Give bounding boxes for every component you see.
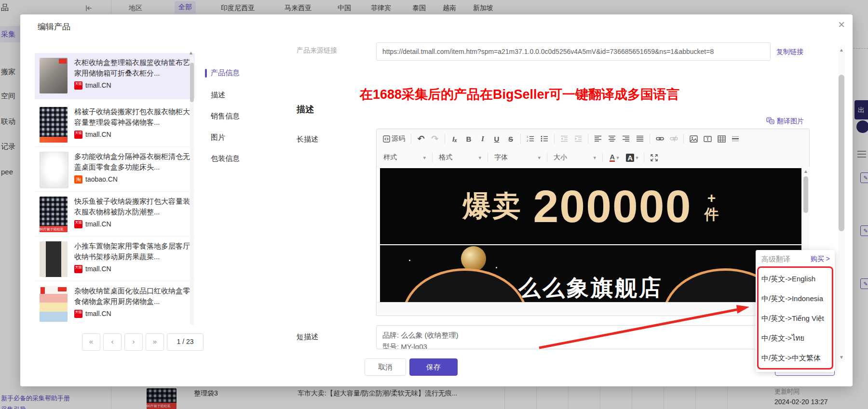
tab-images[interactable]: 图片: [211, 133, 225, 142]
translate-language-dropdown: 高级翻译 购买 > 中/英文->English 中/英文->Indonesia …: [756, 250, 835, 372]
bg-color-button[interactable]: A ▾: [624, 151, 640, 164]
link-icon[interactable]: [653, 132, 666, 145]
editor-toolbar-row1: 源码 ↶ ↷ Iₓ B I U S 12: [377, 129, 809, 149]
product-source: tmall.CN: [85, 220, 111, 228]
page-prev-button[interactable]: ‹: [103, 333, 122, 351]
modal-scrollbar-thumb[interactable]: [839, 75, 844, 231]
product-list-item[interactable]: 杂物收纳筐桌面化妆品口红收纳盒零食储物盒家用厨房储物盒... 天猫tmall.C…: [35, 281, 195, 329]
red-annotation-text: 在1688采集后的产品在BigSeller可一键翻译成多国语言: [360, 86, 679, 103]
tab-description[interactable]: 描述: [211, 91, 225, 100]
purchase-link[interactable]: 购买 >: [811, 255, 830, 264]
toolbar-separator: [488, 153, 488, 162]
product-thumbnail[interactable]: [40, 286, 68, 322]
redo-icon[interactable]: ↷: [429, 132, 441, 145]
editor-content-area[interactable]: 爆卖 200000 + 件 么么象旗舰店: [377, 167, 810, 303]
bold-icon[interactable]: B: [462, 132, 475, 145]
text-field-icon[interactable]: [701, 132, 714, 145]
product-title: 衣柜收纳盒整理箱衣服篮收纳筐布艺家用储物箱可折叠衣柜分...: [74, 57, 192, 79]
strikethrough-icon[interactable]: S: [504, 132, 517, 145]
undo-icon[interactable]: ↶: [415, 132, 427, 145]
horizontal-rule-icon[interactable]: [729, 132, 742, 145]
editor-status-bar: [377, 302, 809, 315]
toolbar-separator: [445, 134, 445, 144]
style-dropdown[interactable]: 样式▾: [380, 151, 429, 164]
svg-text:A: A: [771, 120, 773, 123]
indent-icon[interactable]: [572, 132, 584, 145]
toolbar-separator: [432, 153, 433, 162]
product-thumbnail[interactable]: [40, 241, 68, 277]
page-last-button[interactable]: »: [146, 333, 164, 351]
size-dropdown[interactable]: 大小▾: [551, 151, 599, 164]
ordered-list-icon[interactable]: 12: [524, 132, 537, 145]
format-dropdown[interactable]: 格式▾: [436, 151, 484, 164]
list-scrollbar-thumb[interactable]: [190, 63, 194, 102]
product-thumbnail[interactable]: 60斤被子轻松装: [40, 197, 68, 232]
product-list-item[interactable]: 小推车置物架家用零食落地多层客厅收纳书架移动厨房果蔬菜... 天猫tmall.C…: [35, 237, 195, 281]
insert-image-icon[interactable]: [687, 132, 700, 145]
sale-badge: [58, 287, 67, 291]
source-url-input[interactable]: https://detail.tmall.com/item.htm?spm=a2…: [376, 42, 771, 61]
translate-option-indonesia[interactable]: 中/英文->Indonesia: [761, 290, 823, 307]
product-thumbnail[interactable]: [40, 58, 68, 93]
tab-product-info[interactable]: 产品信息: [211, 68, 240, 78]
cancel-button[interactable]: 取消: [365, 358, 406, 376]
source-link-label: 产品来源链接: [297, 46, 337, 55]
toolbar-separator: [683, 134, 684, 144]
product-list-item[interactable]: 60斤被子轻松装 快乐鱼被子收纳袋搬家打包大容量装衣服衣物棉被防水防潮整... …: [35, 192, 195, 237]
banner-unit-plus: +: [707, 190, 716, 206]
tab-sales-info[interactable]: 销售信息: [211, 112, 240, 121]
editor-scrollbar-thumb[interactable]: [803, 176, 808, 213]
screen: 品 地区 全部 印度尼西亚 马来西亚 中国 菲律宾 泰国 越南 新加坡 采集 搬…: [0, 0, 868, 409]
source-code-label: 源码: [392, 134, 405, 143]
translate-image-label: 翻译图片: [777, 117, 804, 126]
italic-icon[interactable]: I: [476, 132, 489, 145]
tmall-badge-icon: 天猫: [74, 131, 82, 139]
product-source: tmall.CN: [85, 81, 111, 89]
product-source: tmall.CN: [85, 131, 111, 138]
list-scroll-up-icon[interactable]: ▲: [189, 50, 193, 55]
translate-option-vietnamese[interactable]: 中/英文->Tiếng Việt: [761, 310, 824, 327]
translate-option-thai[interactable]: 中/英文->ไทย: [761, 330, 804, 347]
modal-scroll-down-icon[interactable]: ▼: [839, 355, 844, 360]
product-title: 小推车置物架家用零食落地多层客厅收纳书架移动厨房果蔬菜...: [74, 241, 192, 262]
tab-packaging-info[interactable]: 包装信息: [211, 154, 240, 163]
insert-table-icon[interactable]: [715, 132, 728, 145]
editor-scroll-up-icon[interactable]: ▲: [803, 169, 808, 174]
unlink-icon[interactable]: [667, 132, 680, 145]
translate-option-english[interactable]: 中/英文->English: [761, 270, 815, 288]
align-center-icon[interactable]: [606, 132, 618, 145]
product-list-item[interactable]: 衣柜收纳盒整理箱衣服篮收纳筐布艺家用储物箱可折叠衣柜分... 天猫tmall.C…: [35, 53, 195, 99]
product-list-item[interactable]: 棉被子收纳袋搬家打包衣服衣物柜大容量整理袋霉神器储物客... 天猫tmall.C…: [35, 102, 195, 147]
bg-color-icon: A: [626, 154, 634, 162]
page-first-button[interactable]: «: [82, 333, 100, 351]
description-section-label: 描述: [297, 104, 314, 115]
align-left-icon[interactable]: [592, 132, 604, 145]
align-justify-icon[interactable]: [634, 132, 646, 145]
bullet-list-icon[interactable]: [538, 132, 551, 145]
close-icon[interactable]: ×: [835, 18, 848, 31]
editor-toolbar-row2: 样式▾ 格式▾ 字体▾ 大小▾ A ▾ A ▾: [377, 148, 809, 167]
underline-icon[interactable]: U: [490, 132, 503, 145]
text-color-button[interactable]: A ▾: [606, 151, 623, 164]
product-list-item[interactable]: 多功能收纳盒分隔神器衣橱柜清仓无盖桌面零食盒多功能床头... 淘taobao.C…: [35, 147, 195, 192]
align-right-icon[interactable]: [620, 132, 632, 145]
product-source: taobao.CN: [85, 175, 118, 183]
product-list: 衣柜收纳盒整理箱衣服篮收纳筐布艺家用储物箱可折叠衣柜分... 天猫tmall.C…: [35, 48, 199, 329]
page-next-button[interactable]: ›: [124, 333, 143, 351]
source-code-button[interactable]: 源码: [380, 132, 407, 145]
save-button[interactable]: 保存: [409, 358, 458, 376]
translate-image-link[interactable]: 文A 翻译图片: [766, 117, 804, 126]
remove-format-icon[interactable]: Iₓ: [448, 132, 461, 145]
translate-option-traditional-chinese[interactable]: 中/英文->中文繁体: [761, 349, 821, 367]
modal-scroll-up-icon[interactable]: ▲: [839, 47, 844, 53]
font-dropdown[interactable]: 字体▾: [491, 151, 543, 164]
maximize-icon[interactable]: [648, 151, 660, 164]
caret-down-icon: ▾: [423, 155, 426, 161]
svg-text:2: 2: [527, 139, 528, 142]
product-thumbnail[interactable]: [40, 152, 68, 188]
toolbar-separator: [644, 153, 644, 162]
caret-down-icon: ▾: [478, 155, 481, 161]
product-thumbnail[interactable]: [40, 107, 68, 143]
outdent-icon[interactable]: [558, 132, 570, 145]
copy-link-button[interactable]: 复制链接: [776, 48, 803, 56]
